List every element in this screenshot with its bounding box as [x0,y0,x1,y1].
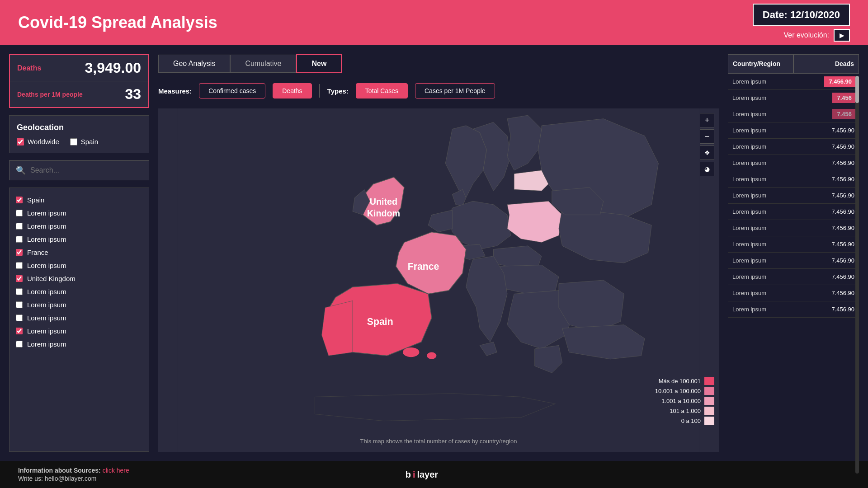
table-row: Lorem ipsum 7.456.90 [728,139,859,155]
logo-text: b [406,469,411,480]
country-checkbox[interactable] [16,328,23,334]
table-row: Lorem ipsum 7.456 [728,90,859,106]
measure-deaths[interactable]: Deaths [273,83,311,99]
geo-option-worldwide[interactable]: Worldwide [17,138,59,145]
table-value: 7.456.90 [793,171,859,187]
country-item[interactable]: Lorem ipsum [16,338,142,351]
play-button[interactable]: ▶ [834,29,850,42]
table-country: Lorem ipsum [728,269,793,285]
table-row: Lorem ipsum 7.456.90 [728,171,859,188]
right-panel-wrapper: Country/Region Deads Lorem ipsum 7.456.9… [728,54,859,452]
legend-item-2: 10.001 a 100.000 [655,387,714,395]
deaths-per-row: Deaths per 1M people 33 [10,81,148,107]
measure-confirmed-cases[interactable]: Confirmed cases [199,83,265,99]
legend-item-5: 0 a 100 [655,417,714,425]
location-button[interactable]: ◕ [700,162,714,176]
search-input[interactable] [30,166,142,174]
footer-click-here[interactable]: click here [103,467,129,474]
table-country: Lorem ipsum [728,74,795,89]
table-country: Lorem ipsum [728,301,793,317]
table-country: Lorem ipsum [728,139,793,155]
deaths-per-value: 33 [125,86,141,103]
date-display: Date: 12/10/2020 [753,4,850,26]
scrollbar-thumb[interactable] [855,76,859,103]
country-checkbox[interactable] [16,262,23,269]
controls-row: Measures: Confirmed cases Deaths Types: … [158,80,719,102]
country-item[interactable]: Lorem ipsum [16,298,142,311]
country-item[interactable]: Spain [16,193,142,206]
country-checkbox[interactable] [16,314,23,321]
country-checkbox[interactable] [16,197,23,203]
deaths-label: Deaths [17,64,41,72]
geo-option-spain[interactable]: Spain [70,138,98,145]
header-right: Date: 12/10/2020 Ver evolución: ▶ [753,4,850,42]
table-col-deads: Deads [793,54,859,73]
deaths-value: 3,949.00 [85,60,141,76]
tab-geo-analysis[interactable]: Geo Analysis [158,55,230,73]
footer: Information about Sources: click here Wr… [0,461,868,488]
country-item[interactable]: Lorem ipsum [16,220,142,233]
tab-new[interactable]: New [296,54,342,73]
country-item[interactable]: Lorem ipsum [16,259,142,272]
country-checkbox[interactable] [16,301,23,308]
legend-item-4: 101 a 1.000 [655,407,714,415]
table-value: 7.456 [795,92,859,104]
table-country: Lorem ipsum [728,236,793,252]
country-item[interactable]: Lorem ipsum [16,206,142,220]
svg-point-1 [403,347,419,357]
left-panel: Deaths 3,949.00 Deaths per 1M people 33 … [9,54,149,452]
table-row: Lorem ipsum 7.456.90 [728,236,859,253]
table-value: 7.456.90 [793,301,859,317]
country-item[interactable]: Lorem ipsum [16,233,142,246]
type-cases-per-1m[interactable]: Cases per 1M People [415,83,495,99]
country-name: Lorem ipsum [27,222,66,230]
svg-point-2 [427,352,436,359]
country-item[interactable]: United Kingdom [16,272,142,285]
country-checkbox[interactable] [16,275,23,282]
footer-write: Write us: hello@bilayer.com [18,475,129,482]
country-checkbox[interactable] [16,236,23,243]
center-panel: Geo Analysis Cumulative New Measures: Co… [158,54,719,452]
country-checkbox[interactable] [16,341,23,347]
country-item[interactable]: Lorem ipsum [16,285,142,298]
legend-label-5: 0 a 100 [681,418,701,424]
country-checkbox[interactable] [16,288,23,295]
country-name: Lorem ipsum [27,301,66,309]
tab-cumulative[interactable]: Cumulative [230,55,296,73]
country-checkbox[interactable] [16,249,23,256]
stats-box: Deaths 3,949.00 Deaths per 1M people 33 [9,54,149,108]
fullscreen-button[interactable]: ❖ [700,145,714,160]
country-name: Spain [27,196,44,204]
type-total-cases[interactable]: Total Cases [356,83,408,99]
table-value: 7.456.90 [793,236,859,252]
deaths-per-label: Deaths per 1M people [17,91,83,98]
geo-options: Worldwide Spain [17,138,142,145]
scrollbar-track [855,76,859,474]
footer-left: Information about Sources: click here Wr… [18,467,129,482]
country-name: Lorem ipsum [27,314,66,322]
zoom-out-button[interactable]: − [700,129,714,144]
country-list[interactable]: Spain Lorem ipsum Lorem ipsum Lorem ipsu… [9,188,149,452]
geo-checkbox-worldwide[interactable] [17,138,24,145]
table-country: Lorem ipsum [728,171,793,187]
country-checkbox[interactable] [16,223,23,230]
country-item[interactable]: Lorem ipsum [16,311,142,324]
table-body[interactable]: Lorem ipsum 7.456.90 Lorem ipsum 7.456 L… [728,74,859,318]
map-container: France Spain United Kindom [158,108,719,452]
table-row: Lorem ipsum 7.456.90 [728,301,859,318]
country-item[interactable]: France [16,246,142,259]
table-value: 7.456.90 [793,269,859,285]
table-value: 7.456.90 [793,220,859,236]
table-row: Lorem ipsum 7.456.90 [728,204,859,220]
geo-checkbox-spain[interactable] [70,138,77,145]
country-checkbox[interactable] [16,210,23,216]
legend-color-1 [704,377,714,385]
table-value: 7.456.90 [793,155,859,171]
table-row: Lorem ipsum 7.456.90 [728,269,859,285]
table-country: Lorem ipsum [728,285,793,301]
value-badge: 7.456.90 [824,76,856,87]
country-item[interactable]: Lorem ipsum [16,324,142,338]
zoom-in-button[interactable]: + [700,113,714,127]
value-badge: 7.456 [832,93,856,103]
table-value: 7.456 [795,108,859,120]
